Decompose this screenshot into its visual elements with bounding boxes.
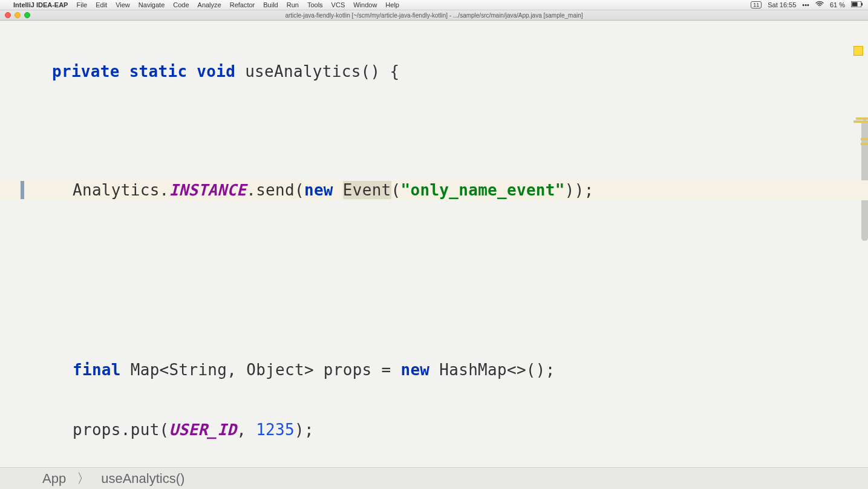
window-titlebar: article-java-fiendly-kotlin [~/scm/my/ar… xyxy=(0,10,868,21)
maximize-window-button[interactable] xyxy=(24,12,30,18)
menu-window[interactable]: Window xyxy=(353,1,377,8)
system-menubar: IntelliJ IDEA-EAP File Edit View Navigat… xyxy=(0,0,868,10)
breadcrumb-method[interactable]: useAnalytics() xyxy=(101,471,184,487)
code-line[interactable] xyxy=(0,240,868,260)
menu-vcs[interactable]: VCS xyxy=(331,1,345,8)
app-menu[interactable]: IntelliJ IDEA-EAP xyxy=(13,1,68,8)
menu-refactor[interactable]: Refactor xyxy=(230,1,255,8)
code-line[interactable]: private static void useAnalytics() { xyxy=(0,61,868,80)
notification-badge[interactable]: 11 xyxy=(751,1,762,8)
close-window-button[interactable] xyxy=(5,12,11,18)
code-editor[interactable]: private static void useAnalytics() { Ana… xyxy=(0,21,868,467)
menu-file[interactable]: File xyxy=(76,1,87,8)
menu-code[interactable]: Code xyxy=(173,1,189,8)
window-title: article-java-fiendly-kotlin [~/scm/my/ar… xyxy=(285,12,582,19)
wifi-icon[interactable] xyxy=(815,1,824,8)
menu-edit[interactable]: Edit xyxy=(96,1,107,8)
code-line-active[interactable]: Analytics.INSTANCE.send(new Event("only_… xyxy=(0,180,868,200)
caret-gutter-icon xyxy=(21,181,24,199)
battery-icon[interactable] xyxy=(851,1,863,8)
breadcrumbs-bar: App 〉 useAnalytics() xyxy=(0,467,868,489)
menu-extras-icon[interactable]: ••• xyxy=(802,1,809,8)
menu-help[interactable]: Help xyxy=(385,1,399,8)
code-area[interactable]: private static void useAnalytics() { Ana… xyxy=(0,21,868,467)
menu-navigate[interactable]: Navigate xyxy=(139,1,165,8)
menu-view[interactable]: View xyxy=(116,1,130,8)
code-line[interactable]: final Map<String, Object> props = new Ha… xyxy=(0,360,868,380)
code-line[interactable] xyxy=(0,120,868,140)
breadcrumb-class[interactable]: App xyxy=(42,471,66,487)
error-stripe[interactable] xyxy=(860,41,868,445)
code-line[interactable]: props.put(USER_ID, 1235); xyxy=(0,420,868,440)
menu-run[interactable]: Run xyxy=(287,1,299,8)
battery-percent: 61 % xyxy=(830,1,845,8)
breadcrumb-separator-icon: 〉 xyxy=(77,470,90,488)
svg-rect-1 xyxy=(861,3,863,5)
clock[interactable]: Sat 16:55 xyxy=(768,1,796,8)
minimize-window-button[interactable] xyxy=(15,12,21,18)
menu-analyze[interactable]: Analyze xyxy=(198,1,221,8)
menu-build[interactable]: Build xyxy=(263,1,278,8)
svg-rect-2 xyxy=(852,2,858,7)
menu-tools[interactable]: Tools xyxy=(307,1,323,8)
code-line[interactable] xyxy=(0,300,868,320)
